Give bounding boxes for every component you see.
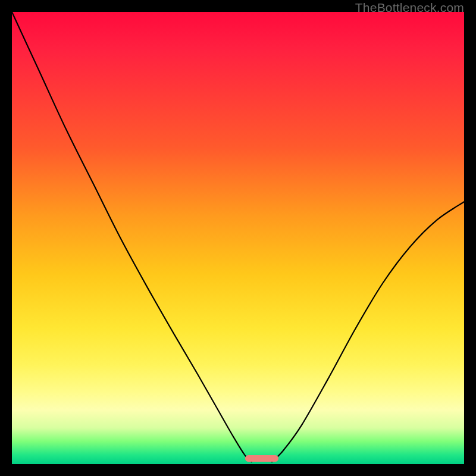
optimal-range-marker xyxy=(245,455,278,462)
plot-area xyxy=(12,12,464,464)
bottleneck-curve xyxy=(12,12,464,464)
chart-frame: TheBottleneck.com xyxy=(0,0,476,476)
